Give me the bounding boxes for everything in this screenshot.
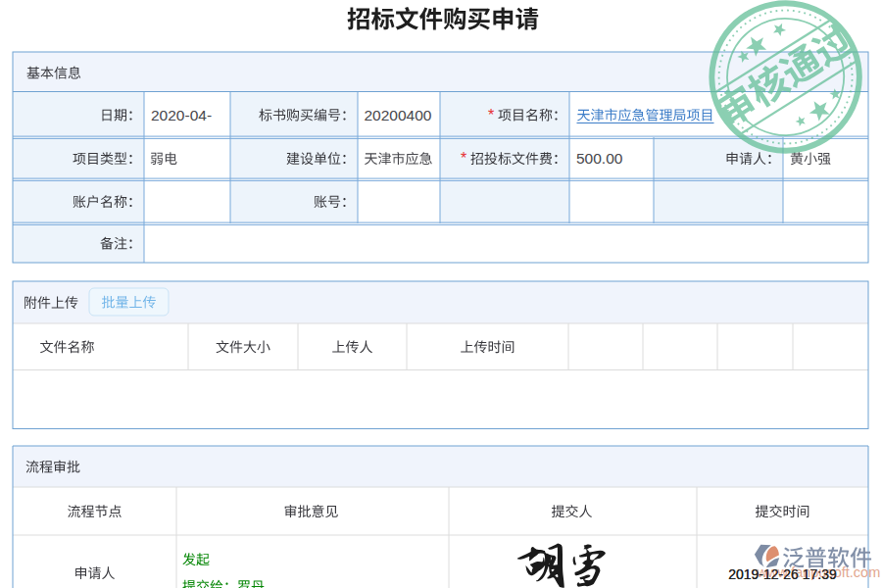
svg-text:500.00: 500.00 [576,150,623,167]
svg-text:*: * [488,107,494,123]
svg-text:2019-12-26 17:39: 2019-12-26 17:39 [728,566,837,582]
svg-text:2020-04-: 2020-04- [151,107,212,123]
svg-text:*: * [461,150,466,167]
svg-text:20200400: 20200400 [365,107,432,123]
